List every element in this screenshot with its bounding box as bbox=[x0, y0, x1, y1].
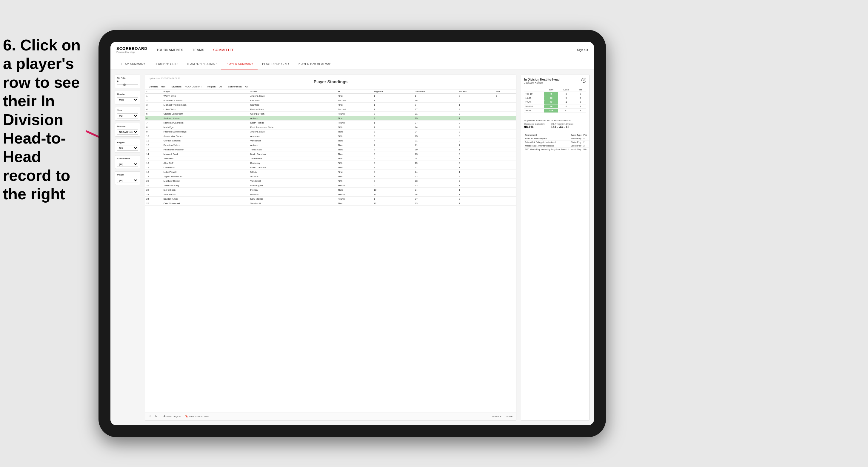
sign-out-button[interactable]: Sign out bbox=[577, 48, 588, 52]
cell-school: Stanford bbox=[249, 103, 337, 107]
tourney-type: Match Play bbox=[570, 148, 583, 151]
view-original-button[interactable]: 👁 View: Original bbox=[162, 414, 182, 418]
table-row[interactable]: 15 Jake Hall Tennessee Fifth 5 24 1 bbox=[145, 156, 516, 161]
no-rds-slider[interactable] bbox=[117, 84, 138, 85]
cell-reg: 3 bbox=[373, 152, 414, 156]
h2h-close-button[interactable]: ✕ bbox=[582, 78, 586, 83]
h2h-loss-col: Loss bbox=[558, 88, 575, 92]
tourney-score: -17 bbox=[588, 144, 590, 148]
sub-nav-player-summary[interactable]: PLAYER SUMMARY bbox=[221, 58, 257, 70]
cell-school: UCLA bbox=[249, 170, 337, 174]
watch-button[interactable]: Watch ▼ bbox=[491, 414, 503, 418]
table-row[interactable]: 7 Nicholas Gabrelcik North Florida Fourt… bbox=[145, 121, 516, 125]
table-row[interactable]: 3 Michael Thorbjornsen Stanford First 1 … bbox=[145, 103, 516, 107]
cell-reg: 8 bbox=[373, 174, 414, 179]
cell-win bbox=[495, 165, 516, 170]
table-row[interactable]: 17 David Ford North Carolina Third 7 21 … bbox=[145, 165, 516, 170]
table-row[interactable]: 6 Jackson Koivun Auburn First 2 19 1 bbox=[145, 116, 516, 121]
table-row[interactable]: 10 Jacob Mox Olesen Arkansas Fifth 3 25 … bbox=[145, 134, 516, 138]
cell-conf: 18 bbox=[414, 98, 458, 103]
cell-rds: 0 bbox=[458, 161, 495, 165]
cell-school: North Florida bbox=[249, 121, 337, 125]
cell-rds: 2 bbox=[458, 129, 495, 134]
cell-rank: 13 bbox=[145, 147, 162, 152]
table-row[interactable]: 1 Wenyi Ding Arizona State First 1 1 8 1 bbox=[145, 94, 516, 98]
cell-reg: 2 bbox=[373, 112, 414, 116]
cell-rds: 1 bbox=[458, 103, 495, 107]
cell-yr: Third bbox=[337, 165, 373, 170]
sub-nav-player-h2h-heatmap[interactable]: PLAYER H2H HEATMAP bbox=[293, 58, 336, 70]
col-win: Win bbox=[495, 90, 516, 94]
share-button[interactable]: Share bbox=[505, 414, 514, 418]
table-row[interactable]: 20 Matthew Riedel Vanderbilt Fifth 8 23 … bbox=[145, 179, 516, 183]
cell-player: Alex Goff bbox=[162, 161, 249, 165]
cell-rds: 2 bbox=[458, 107, 495, 112]
standings-panel: Update time: 27/03/2024 16:56:26 Player … bbox=[145, 74, 516, 421]
cell-conf: 21 bbox=[414, 143, 458, 147]
filter-conference: Conference (All) bbox=[115, 155, 140, 169]
cell-rank: 19 bbox=[145, 174, 162, 179]
h2h-win: 20 bbox=[544, 96, 558, 100]
redo-button[interactable]: ↻ bbox=[154, 414, 158, 418]
cell-reg: 5 bbox=[373, 156, 414, 161]
nav-tournaments[interactable]: TOURNAMENTS bbox=[156, 47, 183, 53]
cell-yr: Fourth bbox=[337, 121, 373, 125]
table-row[interactable]: 23 Jack Lundin Missouri Fourth 11 24 1 bbox=[145, 192, 516, 197]
filter-region: Region N/A bbox=[115, 139, 140, 153]
region-filter-display: Region: All bbox=[208, 85, 222, 88]
table-row[interactable]: 14 Maxwell Ford North Carolina Third 3 2… bbox=[145, 152, 516, 156]
save-custom-view-button[interactable]: 🔖 Save Custom View bbox=[184, 414, 210, 418]
sub-nav-player-h2h-grid[interactable]: PLAYER H2H GRID bbox=[257, 58, 293, 70]
table-row[interactable]: 12 Brendan Valles Auburn Third 7 21 1 bbox=[145, 143, 516, 147]
table-row[interactable]: 19 Tiger Christensen Arizona Third 8 23 … bbox=[145, 174, 516, 179]
nav-teams[interactable]: TEAMS bbox=[192, 47, 204, 53]
year-select[interactable]: (All) bbox=[117, 114, 138, 119]
table-row[interactable]: 8 Mats Ege East Tennessee State Fifth 1 … bbox=[145, 125, 516, 129]
player-select[interactable]: (All) bbox=[117, 178, 138, 183]
h2h-range: Top 10 bbox=[524, 92, 544, 96]
table-row[interactable]: 21 Taehoon Song Washington Fourth 6 23 1 bbox=[145, 183, 516, 188]
cell-yr: Third bbox=[337, 129, 373, 134]
table-row[interactable]: 25 Cole Sherwood Vanderbilt Third 12 23 … bbox=[145, 201, 516, 206]
sub-nav-team-h2h-heatmap[interactable]: TEAM H2H HEATMAP bbox=[182, 58, 221, 70]
cell-rds: 2 bbox=[458, 174, 495, 179]
year-label: Year bbox=[117, 109, 138, 112]
table-row[interactable]: 13 Phichaksn Maichon Texas A&M Third 6 3… bbox=[145, 147, 516, 152]
undo-button[interactable]: ↺ bbox=[148, 414, 152, 418]
cell-school: Tennessee bbox=[249, 156, 337, 161]
main-content: No Rds. 6 Gender Men Women Year bbox=[111, 70, 594, 425]
sub-nav-team-summary[interactable]: TEAM SUMMARY bbox=[116, 58, 150, 70]
h2h-tie: 5 bbox=[574, 96, 586, 100]
h2h-title: In Division Head-to-Head bbox=[524, 78, 559, 81]
sub-nav-team-h2h-grid[interactable]: TEAM H2H GRID bbox=[150, 58, 182, 70]
table-row[interactable]: 5 Christo Lamprecht Georgia Tech Fourth … bbox=[145, 112, 516, 116]
cell-rank: 21 bbox=[145, 183, 162, 188]
cell-conf: 1 bbox=[414, 94, 458, 98]
division-select[interactable]: NCAA Division I bbox=[117, 129, 138, 134]
table-row[interactable]: 9 Preston Summerhays Arizona State Third… bbox=[145, 129, 516, 134]
no-rds-label: No Rds. bbox=[117, 77, 138, 80]
cell-reg: 7 bbox=[373, 165, 414, 170]
table-row[interactable]: 2 Michael La Sasso Ole Miss Second 1 18 … bbox=[145, 98, 516, 103]
tourney-pos: Win bbox=[583, 148, 588, 151]
conference-select[interactable]: (All) bbox=[117, 162, 138, 167]
table-row[interactable]: 24 Bastien Amat New Mexico Fourth 1 27 2 bbox=[145, 197, 516, 201]
region-select[interactable]: N/A bbox=[117, 146, 138, 151]
cell-reg: 2 bbox=[373, 116, 414, 121]
table-row[interactable]: 16 Alex Goff Kentucky Fifth 8 19 0 bbox=[145, 161, 516, 165]
table-row[interactable]: 22 Ian Gilligan Florida Third 10 24 1 bbox=[145, 188, 516, 192]
cell-yr: Third bbox=[337, 143, 373, 147]
table-row[interactable]: 4 Luke Claton Florida State Second 1 27 … bbox=[145, 107, 516, 112]
cell-reg: 6 bbox=[373, 147, 414, 152]
conference-filter-display: Conference: All bbox=[228, 85, 248, 88]
cell-conf: 21 bbox=[414, 138, 458, 143]
cell-player: Brendan Valles bbox=[162, 143, 249, 147]
nav-committee[interactable]: COMMITTEE bbox=[213, 47, 235, 53]
cell-conf: 23 bbox=[414, 201, 458, 206]
table-row[interactable]: 18 Luke Powell UCLA First 8 24 1 bbox=[145, 170, 516, 174]
gender-select[interactable]: Men Women bbox=[117, 97, 138, 102]
table-row[interactable]: 11 Gordon Sargent Vanderbilt Third 4 21 … bbox=[145, 138, 516, 143]
cell-win bbox=[495, 170, 516, 174]
cell-rank: 14 bbox=[145, 152, 162, 156]
col-conf-rank: Conf Rank bbox=[414, 90, 458, 94]
